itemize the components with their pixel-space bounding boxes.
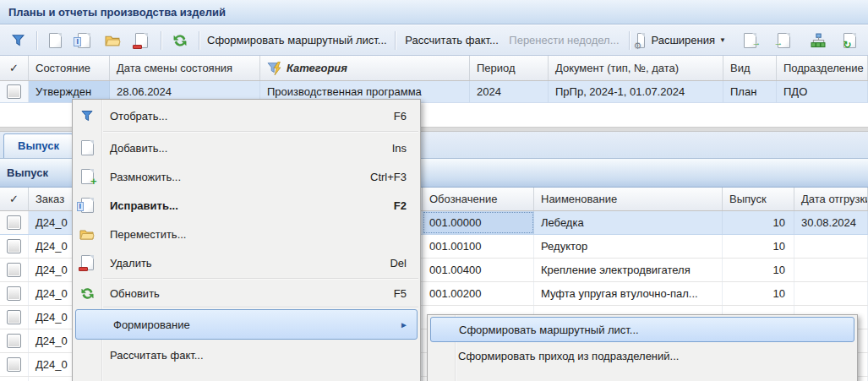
- add-document-icon: [73, 140, 101, 155]
- open-folder-icon: [73, 228, 101, 241]
- carry-backlog-button: Перенести недодел...: [504, 29, 624, 52]
- designation-cell[interactable]: 001.00000: [423, 211, 534, 234]
- edit-button[interactable]: I: [70, 29, 99, 52]
- orders-ship-date-column-header[interactable]: Дата отгрузки: [794, 188, 868, 210]
- tab-issue[interactable]: Выпуск: [3, 133, 74, 158]
- menu-item-add[interactable]: Добавить... Ins: [73, 133, 420, 162]
- edit-document-icon: I: [73, 198, 101, 213]
- row-checkbox[interactable]: [7, 239, 21, 253]
- menu-item-delete[interactable]: Удалить Del: [73, 248, 420, 277]
- orders-name-column-header[interactable]: Наименование: [534, 188, 723, 210]
- add-button[interactable]: [41, 29, 70, 52]
- menu-item-edit[interactable]: I Исправить... F2: [73, 191, 420, 220]
- row-checkbox-cell: [0, 377, 29, 381]
- menu-item-shortcut: Ctrl+F3: [370, 171, 420, 183]
- menu-item-calc-fact[interactable]: Рассчитать факт...: [73, 340, 420, 370]
- sync-document-button[interactable]: ↻: [836, 29, 865, 52]
- submenu-item-label: Сформировать приход из подразделений...: [428, 350, 857, 362]
- menu-item-shortcut: F5: [394, 287, 420, 300]
- menu-item-label: Переместить...: [101, 228, 407, 241]
- menu-item-move[interactable]: Переместить...: [73, 220, 420, 248]
- extensions-button[interactable]: ⚙ Расширения ▼: [634, 29, 729, 52]
- refresh-button[interactable]: [166, 29, 194, 52]
- row-checkbox-cell: [0, 81, 29, 102]
- menu-item-label: Удалить: [101, 257, 390, 269]
- orders-designation-column-header[interactable]: Обозначение: [423, 188, 534, 210]
- menu-separator: [103, 307, 418, 308]
- row-checkbox-cell: [0, 211, 29, 234]
- plans-period-column-header[interactable]: Период: [470, 56, 549, 80]
- calc-fact-button[interactable]: Рассчитать факт...: [400, 29, 505, 52]
- window-title-bar: Планы и отчеты производства изделий: [0, 0, 868, 24]
- submenu-item-route-sheet[interactable]: Сформировать маршрутный лист...: [430, 317, 854, 342]
- toolbar-separator: [629, 31, 630, 50]
- menu-item-filter[interactable]: Отобрать... F6: [73, 101, 420, 130]
- delete-button[interactable]: [128, 29, 156, 52]
- plans-category-column-header[interactable]: Категория: [260, 56, 470, 80]
- plans-state-date-column-header[interactable]: Дата смены состояния: [110, 56, 260, 80]
- menu-item-label: Добавить...: [101, 142, 392, 155]
- output-cell[interactable]: 10: [723, 235, 794, 258]
- plans-table-header: ✓ Состояние Дата смены состояния Категор…: [0, 56, 868, 81]
- menu-item-duplicate[interactable]: + Размножить... Ctrl+F3: [73, 162, 420, 191]
- designation-cell[interactable]: 001.00200: [423, 282, 534, 305]
- row-checkbox[interactable]: [7, 334, 21, 348]
- toolbar-separator: [36, 31, 37, 50]
- row-checkbox[interactable]: [7, 215, 21, 230]
- delete-document-icon: [73, 255, 101, 270]
- filter-button[interactable]: [3, 29, 32, 52]
- orders-output-column-header[interactable]: Выпуск: [723, 188, 794, 210]
- row-checkbox[interactable]: [7, 84, 21, 99]
- designation-cell[interactable]: 001.00400: [423, 259, 534, 281]
- ship-date-cell[interactable]: [794, 235, 868, 258]
- orders-check-column-header[interactable]: ✓: [0, 188, 29, 210]
- output-cell[interactable]: 10: [723, 259, 794, 281]
- name-cell[interactable]: Лебедка: [534, 211, 723, 234]
- plans-kind-cell[interactable]: План: [723, 81, 777, 102]
- menu-item-formation[interactable]: Формирование ►: [75, 309, 418, 340]
- move-button[interactable]: [99, 29, 128, 52]
- row-checkbox-cell: [0, 259, 29, 281]
- plans-check-column-header[interactable]: ✓: [0, 56, 29, 80]
- menu-item-label: Исправить...: [101, 199, 394, 212]
- import-document-button[interactable]: →: [770, 29, 799, 52]
- submenu-item-label: Сформировать маршрутный лист...: [431, 324, 854, 336]
- designation-cell[interactable]: 001.00100: [423, 235, 534, 258]
- menu-item-label: Размножить...: [101, 171, 370, 183]
- row-checkbox[interactable]: [7, 310, 21, 324]
- menu-item-refresh[interactable]: Обновить F5: [73, 280, 420, 306]
- ship-date-cell[interactable]: 30.08.2024: [794, 211, 868, 234]
- row-checkbox-cell: [0, 329, 29, 352]
- form-route-sheet-button[interactable]: Сформировать маршрутный лист...: [204, 29, 390, 52]
- output-cell[interactable]: 10: [723, 282, 794, 305]
- ship-date-cell[interactable]: [794, 259, 868, 281]
- plans-period-cell[interactable]: 2024: [470, 81, 549, 102]
- delete-document-icon: [135, 33, 148, 48]
- row-checkbox-cell: [0, 306, 29, 329]
- plans-kind-column-header[interactable]: Вид: [723, 56, 777, 80]
- main-toolbar: I Сформировать маршрутный лист... Рассчи…: [0, 25, 868, 56]
- row-checkbox[interactable]: [7, 357, 21, 372]
- row-checkbox-cell: [0, 235, 29, 258]
- plans-state-column-header[interactable]: Состояние: [29, 56, 110, 80]
- export-document-button[interactable]: →: [736, 29, 765, 52]
- submenu-item-receipt[interactable]: Сформировать приход из подразделений...: [428, 342, 857, 369]
- name-cell[interactable]: Редуктор: [534, 235, 723, 258]
- name-cell[interactable]: Муфта упругая втулочно-пал...: [534, 282, 723, 305]
- menu-item-shortcut: Del: [390, 257, 420, 269]
- issue-panel-title: Выпуск: [7, 166, 48, 179]
- plans-document-cell[interactable]: ПрПр, 2024-1, 01.07.2024: [549, 81, 723, 102]
- name-cell[interactable]: Крепление электродвигателя: [534, 259, 723, 281]
- ship-date-cell[interactable]: [794, 282, 868, 305]
- row-checkbox[interactable]: [7, 263, 21, 277]
- plans-department-column-header[interactable]: Подразделение: [777, 56, 868, 80]
- row-checkbox[interactable]: [7, 286, 21, 301]
- menu-item-label: Рассчитать факт...: [101, 349, 407, 362]
- output-cell[interactable]: 10: [723, 211, 794, 234]
- plans-department-cell[interactable]: ПДО: [777, 81, 868, 102]
- row-checkbox-cell: [0, 282, 29, 305]
- refresh-icon: [73, 286, 101, 301]
- window-title: Планы и отчеты производства изделий: [8, 6, 226, 19]
- structure-button[interactable]: [804, 29, 833, 52]
- plans-document-column-header[interactable]: Документ (тип, №, дата): [549, 56, 723, 80]
